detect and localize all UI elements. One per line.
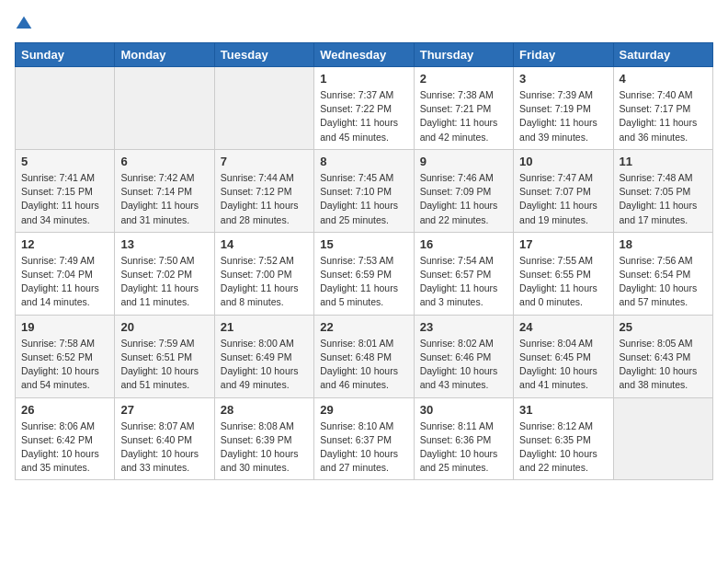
day-number: 8 (320, 155, 407, 168)
day-info: Sunrise: 7:45 AMSunset: 7:10 PMDaylight:… (320, 171, 407, 227)
calendar-cell (613, 397, 712, 480)
day-info: Sunrise: 7:48 AMSunset: 7:05 PMDaylight:… (620, 171, 707, 227)
day-info: Sunrise: 7:58 AMSunset: 6:52 PMDaylight:… (21, 337, 108, 393)
day-number: 10 (519, 155, 607, 168)
calendar-cell: 1Sunrise: 7:37 AMSunset: 7:22 PMDaylight… (314, 67, 414, 150)
calendar-cell: 31Sunrise: 8:12 AMSunset: 6:35 PMDayligh… (514, 397, 613, 480)
day-info: Sunrise: 7:59 AMSunset: 6:51 PMDaylight:… (120, 337, 208, 393)
day-info: Sunrise: 8:10 AMSunset: 6:37 PMDaylight:… (320, 419, 407, 476)
day-number: 4 (620, 72, 707, 86)
logo-icon (15, 15, 33, 33)
day-info: Sunrise: 7:44 AMSunset: 7:12 PMDaylight:… (221, 171, 308, 227)
calendar-cell: 7Sunrise: 7:44 AMSunset: 7:12 PMDaylight… (214, 149, 313, 232)
calendar-cell: 11Sunrise: 7:48 AMSunset: 7:05 PMDayligh… (613, 149, 712, 232)
calendar-cell: 15Sunrise: 7:53 AMSunset: 6:59 PMDayligh… (314, 232, 414, 315)
day-number: 6 (120, 155, 208, 168)
day-number: 25 (620, 320, 707, 334)
day-info: Sunrise: 7:46 AMSunset: 7:09 PMDaylight:… (420, 171, 507, 227)
day-number: 22 (320, 320, 407, 334)
day-number: 17 (519, 237, 607, 251)
day-number: 1 (320, 72, 407, 86)
day-info: Sunrise: 7:41 AMSunset: 7:15 PMDaylight:… (21, 171, 108, 227)
day-number: 28 (221, 403, 308, 417)
day-number: 7 (221, 155, 308, 168)
day-number: 29 (320, 403, 407, 417)
day-number: 15 (320, 237, 407, 251)
day-info: Sunrise: 8:12 AMSunset: 6:35 PMDaylight:… (519, 419, 607, 476)
page-header (15, 15, 713, 33)
day-number: 30 (420, 403, 507, 417)
day-number: 24 (519, 320, 607, 334)
calendar-cell: 4Sunrise: 7:40 AMSunset: 7:17 PMDaylight… (613, 67, 712, 150)
weekday-header-wednesday: Wednesday (314, 43, 414, 67)
calendar-week-row: 1Sunrise: 7:37 AMSunset: 7:22 PMDaylight… (16, 67, 713, 150)
calendar-cell: 23Sunrise: 8:02 AMSunset: 6:46 PMDayligh… (414, 315, 513, 397)
day-info: Sunrise: 7:54 AMSunset: 6:57 PMDaylight:… (420, 254, 507, 310)
day-info: Sunrise: 8:11 AMSunset: 6:36 PMDaylight:… (420, 419, 507, 476)
day-info: Sunrise: 7:56 AMSunset: 6:54 PMDaylight:… (620, 254, 707, 310)
calendar-cell: 13Sunrise: 7:50 AMSunset: 7:02 PMDayligh… (115, 232, 214, 315)
day-info: Sunrise: 8:00 AMSunset: 6:49 PMDaylight:… (221, 337, 308, 393)
calendar-week-row: 19Sunrise: 7:58 AMSunset: 6:52 PMDayligh… (16, 315, 713, 397)
svg-marker-0 (17, 17, 32, 29)
day-number: 13 (120, 237, 208, 251)
calendar-cell: 20Sunrise: 7:59 AMSunset: 6:51 PMDayligh… (115, 315, 214, 397)
calendar-cell: 5Sunrise: 7:41 AMSunset: 7:15 PMDaylight… (16, 149, 115, 232)
calendar-cell: 17Sunrise: 7:55 AMSunset: 6:55 PMDayligh… (514, 232, 613, 315)
day-info: Sunrise: 7:37 AMSunset: 7:22 PMDaylight:… (320, 88, 407, 144)
calendar-cell (214, 67, 313, 150)
day-number: 3 (519, 72, 607, 86)
day-info: Sunrise: 7:47 AMSunset: 7:07 PMDaylight:… (519, 171, 607, 227)
day-number: 26 (21, 403, 108, 417)
calendar-cell: 8Sunrise: 7:45 AMSunset: 7:10 PMDaylight… (314, 149, 414, 232)
day-number: 20 (120, 320, 208, 334)
weekday-header-sunday: Sunday (16, 43, 115, 67)
day-number: 31 (519, 403, 607, 417)
day-number: 11 (620, 155, 707, 168)
calendar-cell: 19Sunrise: 7:58 AMSunset: 6:52 PMDayligh… (16, 315, 115, 397)
day-info: Sunrise: 8:02 AMSunset: 6:46 PMDaylight:… (420, 337, 507, 393)
weekday-header-row: SundayMondayTuesdayWednesdayThursdayFrid… (16, 43, 713, 67)
calendar-cell: 16Sunrise: 7:54 AMSunset: 6:57 PMDayligh… (414, 232, 513, 315)
day-number: 19 (21, 320, 108, 334)
day-info: Sunrise: 7:38 AMSunset: 7:21 PMDaylight:… (420, 88, 507, 144)
weekday-header-saturday: Saturday (613, 43, 712, 67)
day-info: Sunrise: 8:06 AMSunset: 6:42 PMDaylight:… (21, 419, 108, 476)
calendar-cell: 2Sunrise: 7:38 AMSunset: 7:21 PMDaylight… (414, 67, 513, 150)
day-info: Sunrise: 7:53 AMSunset: 6:59 PMDaylight:… (320, 254, 407, 310)
calendar-cell: 6Sunrise: 7:42 AMSunset: 7:14 PMDaylight… (115, 149, 214, 232)
day-info: Sunrise: 8:07 AMSunset: 6:40 PMDaylight:… (120, 419, 208, 476)
day-number: 2 (420, 72, 507, 86)
day-info: Sunrise: 8:01 AMSunset: 6:48 PMDaylight:… (320, 337, 407, 393)
day-number: 9 (420, 155, 507, 168)
day-info: Sunrise: 7:42 AMSunset: 7:14 PMDaylight:… (120, 171, 208, 227)
calendar-cell (16, 67, 115, 150)
day-number: 12 (21, 237, 108, 251)
calendar-cell (115, 67, 214, 150)
calendar-week-row: 5Sunrise: 7:41 AMSunset: 7:15 PMDaylight… (16, 149, 713, 232)
weekday-header-thursday: Thursday (414, 43, 513, 67)
calendar-cell: 26Sunrise: 8:06 AMSunset: 6:42 PMDayligh… (16, 397, 115, 480)
calendar-cell: 18Sunrise: 7:56 AMSunset: 6:54 PMDayligh… (613, 232, 712, 315)
calendar-cell: 29Sunrise: 8:10 AMSunset: 6:37 PMDayligh… (314, 397, 414, 480)
weekday-header-friday: Friday (514, 43, 613, 67)
day-info: Sunrise: 7:40 AMSunset: 7:17 PMDaylight:… (620, 88, 707, 144)
day-info: Sunrise: 8:08 AMSunset: 6:39 PMDaylight:… (221, 419, 308, 476)
day-info: Sunrise: 7:39 AMSunset: 7:19 PMDaylight:… (519, 88, 607, 144)
calendar-cell: 24Sunrise: 8:04 AMSunset: 6:45 PMDayligh… (514, 315, 613, 397)
day-number: 27 (120, 403, 208, 417)
day-number: 14 (221, 237, 308, 251)
day-info: Sunrise: 8:05 AMSunset: 6:43 PMDaylight:… (620, 337, 707, 393)
day-number: 21 (221, 320, 308, 334)
weekday-header-monday: Monday (115, 43, 214, 67)
calendar-cell: 22Sunrise: 8:01 AMSunset: 6:48 PMDayligh… (314, 315, 414, 397)
day-number: 16 (420, 237, 507, 251)
calendar-cell: 21Sunrise: 8:00 AMSunset: 6:49 PMDayligh… (214, 315, 313, 397)
calendar-table: SundayMondayTuesdayWednesdayThursdayFrid… (15, 42, 713, 480)
calendar-cell: 14Sunrise: 7:52 AMSunset: 7:00 PMDayligh… (214, 232, 313, 315)
calendar-cell: 9Sunrise: 7:46 AMSunset: 7:09 PMDaylight… (414, 149, 513, 232)
calendar-cell: 12Sunrise: 7:49 AMSunset: 7:04 PMDayligh… (16, 232, 115, 315)
calendar-cell: 3Sunrise: 7:39 AMSunset: 7:19 PMDaylight… (514, 67, 613, 150)
weekday-header-tuesday: Tuesday (214, 43, 313, 67)
day-info: Sunrise: 8:04 AMSunset: 6:45 PMDaylight:… (519, 337, 607, 393)
